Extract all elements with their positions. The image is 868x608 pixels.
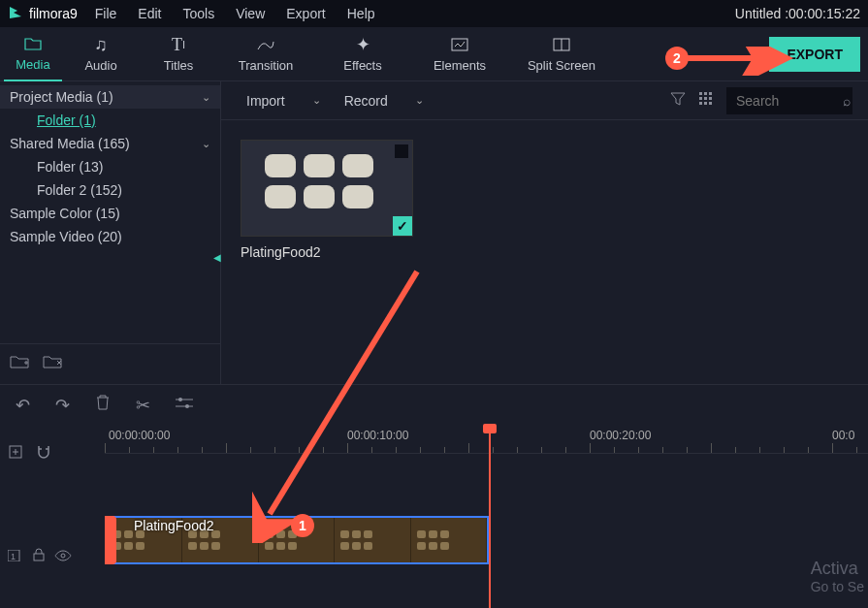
thumbnail-label: PlatingFood2	[241, 244, 413, 260]
split-icon	[553, 35, 570, 54]
remove-folder-icon[interactable]	[43, 354, 62, 374]
chevron-down-icon: ⌄	[202, 138, 210, 150]
chevron-down-icon: ⌄	[202, 91, 210, 104]
media-browser: Import ⌄ Record ⌄ ⌕	[221, 81, 868, 384]
annotation-badge-2: 2	[665, 47, 689, 70]
tree-folder-1[interactable]: Folder (1)	[0, 109, 220, 132]
menu-tools[interactable]: Tools	[182, 6, 214, 21]
cut-icon[interactable]: ✂	[136, 395, 150, 416]
effects-icon: ✦	[356, 35, 370, 54]
titles-icon: TI	[172, 35, 185, 54]
filter-icon[interactable]	[670, 91, 686, 110]
svg-rect-6	[699, 97, 702, 100]
svg-rect-19	[34, 554, 44, 560]
svg-rect-8	[709, 97, 712, 100]
project-title: Untitled :00:00:15:22	[735, 6, 860, 21]
app-name: filmora9	[29, 6, 78, 21]
tabs-toolbar: Media ♫ Audio TI Titles Transition ✦ Eff…	[0, 27, 868, 81]
settings-icon[interactable]	[176, 395, 193, 415]
elements-icon	[451, 35, 468, 54]
tab-elements[interactable]: Elements	[411, 27, 508, 81]
delete-icon[interactable]	[95, 394, 111, 416]
menu-help[interactable]: Help	[347, 6, 375, 21]
playhead-line[interactable]	[489, 425, 491, 608]
svg-point-15	[185, 404, 189, 408]
menu-file[interactable]: File	[95, 6, 117, 21]
tree-sample-video[interactable]: Sample Video (20)	[0, 225, 220, 248]
title-bar: filmora9 File Edit Tools View Export Hel…	[0, 0, 868, 27]
menu-export[interactable]: Export	[286, 6, 325, 21]
media-sidebar: Project Media (1) ⌄ Folder (1) Shared Me…	[0, 81, 221, 384]
redo-icon[interactable]: ↷	[55, 395, 70, 416]
svg-text:1: 1	[11, 552, 16, 561]
used-check-icon: ✓	[393, 216, 412, 236]
lock-icon[interactable]	[33, 548, 45, 564]
chevron-down-icon: ⌄	[312, 94, 321, 107]
record-dropdown[interactable]: Record ⌄	[337, 89, 432, 112]
svg-rect-5	[709, 92, 712, 95]
menu-view[interactable]: View	[236, 6, 265, 21]
svg-point-13	[178, 398, 182, 401]
svg-rect-9	[699, 102, 702, 105]
tab-split-screen[interactable]: Split Screen	[508, 27, 615, 81]
media-thumbnail[interactable]: ✓ PlatingFood2	[241, 140, 413, 260]
folder-icon	[24, 34, 42, 53]
clip-start-handle[interactable]	[105, 516, 116, 564]
chevron-down-icon: ⌄	[415, 94, 424, 107]
svg-point-20	[61, 554, 65, 558]
track-type-icon[interactable]: 1	[8, 549, 23, 564]
panel-handle-icon[interactable]: ◀	[213, 252, 221, 263]
eye-icon[interactable]	[54, 549, 72, 564]
main-menu: File Edit Tools View Export Help	[95, 6, 375, 21]
export-button[interactable]: EXPORT	[769, 37, 860, 72]
svg-rect-4	[704, 92, 707, 95]
clip-label: PlatingFood2	[134, 518, 214, 533]
tab-audio[interactable]: ♫ Audio	[62, 27, 140, 81]
tree-shared-folder[interactable]: Folder (13)	[0, 155, 220, 178]
video-track-header: 1	[0, 512, 105, 570]
grid-view-icon[interactable]	[699, 92, 713, 109]
music-icon: ♫	[94, 35, 108, 54]
tree-sample-color[interactable]: Sample Color (15)	[0, 202, 220, 225]
svg-rect-10	[704, 102, 707, 105]
tree-shared-folder-2[interactable]: Folder 2 (152)	[0, 178, 220, 202]
tab-media[interactable]: Media	[4, 27, 62, 81]
video-track[interactable]: PlatingFood2	[105, 454, 868, 512]
search-input[interactable]	[726, 87, 852, 114]
timeline-actions: ↶ ↷ ✂	[0, 384, 868, 425]
svg-rect-3	[699, 92, 702, 95]
search-icon[interactable]: ⌕	[843, 93, 851, 109]
tab-effects[interactable]: ✦ Effects	[314, 27, 411, 81]
transition-icon	[256, 35, 275, 54]
add-folder-icon[interactable]	[10, 354, 29, 374]
import-dropdown[interactable]: Import ⌄	[239, 89, 329, 112]
annotation-badge-1: 1	[291, 514, 314, 537]
filmstrip-icon	[395, 144, 408, 158]
undo-icon[interactable]: ↶	[16, 395, 30, 416]
svg-rect-11	[709, 102, 712, 105]
playhead-icon[interactable]	[483, 424, 497, 433]
tab-titles[interactable]: TI Titles	[140, 27, 217, 81]
windows-watermark: Activa Go to Se	[811, 559, 864, 594]
tree-project-media[interactable]: Project Media (1) ⌄	[0, 85, 220, 109]
tab-transition[interactable]: Transition	[217, 27, 314, 81]
menu-edit[interactable]: Edit	[138, 6, 161, 21]
svg-rect-7	[704, 97, 707, 100]
logo-icon	[8, 5, 23, 23]
tree-shared-media[interactable]: Shared Media (165) ⌄	[0, 132, 220, 155]
timeline: 00:00:00:00 00:00:10:00 00:00:20:00 00:0…	[0, 425, 868, 608]
app-logo: filmora9	[8, 5, 78, 23]
